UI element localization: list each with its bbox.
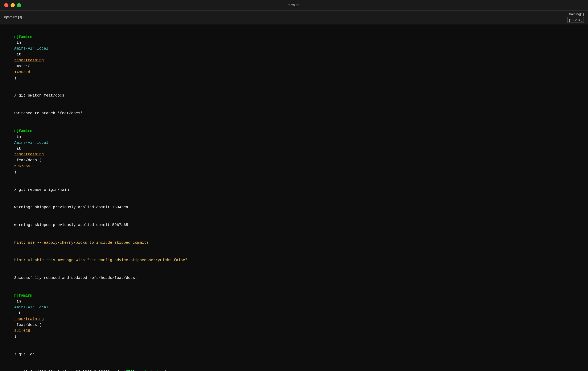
command-line-2: λ git rebase origin/main [5,181,583,199]
prompt-branch-2: feat/docs:( [14,158,42,162]
minimize-button[interactable] [10,3,15,7]
prompt-at-3: at [14,311,23,315]
prompt-in-2: in [14,135,23,139]
hint-line-2: hint: Disable this message with "git con… [5,252,583,269]
tab-bar: njfamirm [3] training[1] [138/138] [0,10,588,24]
prompt-close-2: ) [14,170,16,174]
lambda-2: λ git rebase origin/main [14,188,69,192]
tab-label-right: training[1] [138/138] [567,12,584,23]
prompt-host-1: Amirs-Air.local [14,46,48,50]
prompt-in-1: in [14,40,23,45]
prompt-close-3: ) [14,334,16,339]
prompt-line-3: njfamirm in Amirs-Air.local at repo/trai… [5,287,583,346]
prompt-repo-2: repo/training [14,152,44,156]
output-text-1: Switched to branch 'feat/docs' [14,111,83,115]
command-line-1: λ git switch feat/docs [5,87,583,105]
hint-text-2: hint: Disable this message [14,258,76,262]
prompt-user-2: njfamirm [14,129,32,133]
terminal-body: njfamirm in Amirs-Air.local at repo/trai… [0,24,588,371]
lambda-3: λ git log [14,352,35,356]
prompt-in-3: in [14,299,23,303]
hint-text-1: hint: use --reapply-cherry-picks to incl… [14,241,148,245]
prompt-commit-3: 8d1f026 [14,329,30,333]
prompt-user-3: njfamirm [14,293,32,298]
warning-text-1: warning: skipped previously applied comm… [14,205,128,209]
success-line-1: Successfully rebased and updated refs/he… [5,269,583,287]
prompt-at-1: at [14,52,23,57]
prompt-host-2: Amirs-Air.local [14,140,48,145]
hint-line-1: hint: use --reapply-cherry-picks to incl… [5,234,583,252]
prompt-line-1: njfamirm in Amirs-Air.local at repo/trai… [5,28,583,87]
prompt-commit-1: 14c031d [14,70,30,74]
prompt-repo-1: repo/training [14,58,44,62]
commit-line-1: commit 8d1f026a301e9ad8ccae66e231fa9e380… [5,363,583,371]
prompt-commit-2: 5967a65 [14,164,30,168]
title-bar: terminal [0,0,588,10]
output-line-1: Switched to branch 'feat/docs' [5,105,583,122]
hint-text-2b: "git config advice.skippedCherryPicks fa… [85,258,187,262]
commit-close-1: ) [165,370,167,371]
maximize-button[interactable] [17,3,21,7]
prompt-branch-3: feat/docs:( [14,323,42,327]
prompt-at-2: at [14,147,23,151]
training-label: training[1] [567,12,584,17]
prompt-branch-1: main:( [14,64,30,68]
lambda-1: λ git switch feat/docs [14,93,64,98]
position-indicator: [138/138] [567,17,584,23]
head-ref: HEAD -> feat/docs [126,370,165,371]
warning-text-2: warning: skipped previously applied comm… [14,223,128,227]
tab-label-left[interactable]: njfamirm [3] [4,15,22,20]
prompt-user-1: njfamirm [14,35,32,39]
close-button[interactable] [4,3,9,7]
success-text-1: Successfully rebased and updated refs/he… [14,276,137,280]
prompt-repo-3: repo/training [14,317,44,321]
prompt-line-2: njfamirm in Amirs-Air.local at repo/trai… [5,122,583,181]
commit-word-1: commit 8d1f026a301e9ad8ccae66e231fa9e380… [14,370,126,371]
warning-line-1: warning: skipped previously applied comm… [5,199,583,217]
traffic-lights [4,3,21,7]
warning-line-2: warning: skipped previously applied comm… [5,216,583,234]
window-title: terminal [288,2,300,8]
prompt-close-1: ) [14,76,16,80]
prompt-host-3: Amirs-Air.local [14,305,48,310]
hint-with: with [76,258,85,262]
command-line-3: λ git log [5,346,583,363]
